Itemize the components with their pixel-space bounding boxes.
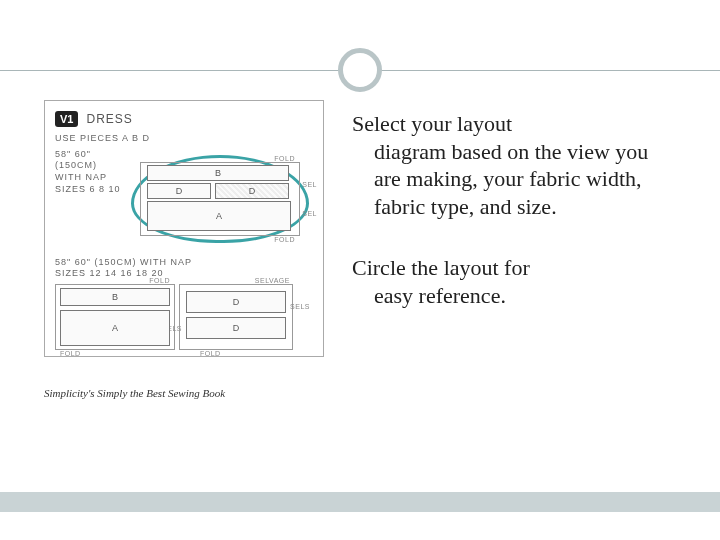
fold-label: FOLD <box>274 155 295 162</box>
piece-A: A <box>147 201 291 231</box>
layout-diagram-2: FOLD SELS FOLD B A SELVAGE SELS FOLD D D <box>55 284 313 350</box>
rule-circle-icon <box>338 48 382 92</box>
fold-label: FOLD <box>149 277 170 284</box>
footer-band <box>0 492 720 512</box>
view-badge: V1 <box>55 111 78 127</box>
block2-width: 58" 60" (150CM) WITH NAP <box>55 257 313 269</box>
use-pieces: USE PIECES A B D <box>55 133 313 145</box>
fold-label-r: FOLD <box>200 350 221 357</box>
figure-column: V1 DRESS USE PIECES A B D 58" 60" (150CM… <box>44 100 324 399</box>
header-rule <box>44 40 676 100</box>
text-column: Select your layout diagram based on the … <box>352 100 676 399</box>
piece-D2a: D <box>186 291 286 313</box>
content-row: V1 DRESS USE PIECES A B D 58" 60" (150CM… <box>44 100 676 399</box>
slide: V1 DRESS USE PIECES A B D 58" 60" (150CM… <box>0 0 720 540</box>
paragraph-2: Circle the layout for easy reference. <box>352 254 676 309</box>
p1-rest: diagram based on the view you are making… <box>374 138 676 221</box>
piece-D2b: D <box>186 317 286 339</box>
p2-rest: easy reference. <box>374 282 676 310</box>
p2-line1: Circle the layout for <box>352 255 530 280</box>
selvage-label: SELVAGE <box>255 277 290 284</box>
block1-nap: WITH NAP <box>55 172 125 184</box>
view-header: V1 DRESS <box>55 111 313 127</box>
figure-source: Simplicity's Simply the Best Sewing Book <box>44 387 324 399</box>
sel-label: SEL <box>302 181 317 188</box>
sel-label-r: SELS <box>290 303 310 310</box>
layout-diagram-1-circled: FOLD SEL SEL FOLD B D D A <box>131 155 309 243</box>
block1-sizes: SIZES 6 8 10 <box>55 184 125 196</box>
piece-D-left: D <box>147 183 211 199</box>
layout-figure: V1 DRESS USE PIECES A B D 58" 60" (150CM… <box>44 100 324 357</box>
fold-label-b: FOLD <box>60 350 81 357</box>
piece-B: B <box>147 165 289 181</box>
fold-label-2: FOLD <box>274 236 295 243</box>
block1-width: 58" 60" (150CM) <box>55 149 125 172</box>
sel-label-2: SEL <box>302 210 317 217</box>
piece-B2: B <box>60 288 170 306</box>
p1-line1: Select your layout <box>352 111 512 136</box>
piece-A2: A <box>60 310 170 346</box>
paragraph-1: Select your layout diagram based on the … <box>352 110 676 220</box>
view-label: DRESS <box>86 112 132 126</box>
piece-D-right: D <box>215 183 289 199</box>
